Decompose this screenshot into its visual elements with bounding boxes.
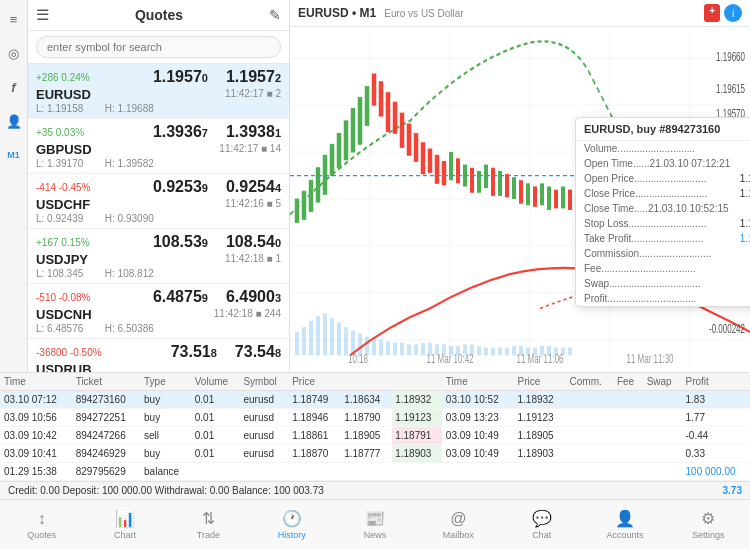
td-p3: 1.18903 <box>392 445 442 463</box>
edit-icon[interactable]: ✎ <box>269 7 281 23</box>
trade-tab-icon: ⇅ <box>202 509 215 528</box>
svg-rect-22 <box>365 86 369 125</box>
tab-history[interactable]: 🕐 History <box>250 500 333 549</box>
quote-bid-sup: 9 <box>202 182 208 194</box>
svg-rect-78 <box>337 323 341 356</box>
col-ticket: Ticket <box>72 373 140 391</box>
quote-item[interactable]: -36800 -0.50% 73.518 73.548 USDRUB <box>28 339 289 372</box>
tab-chart[interactable]: 📊 Chart <box>83 500 166 549</box>
td-swap <box>643 427 682 445</box>
quote-sub: 11:42:18 ■ 1 <box>225 253 281 267</box>
svg-rect-73 <box>302 327 306 355</box>
td-price <box>288 463 340 481</box>
sidebar-m1-label[interactable]: M1 <box>3 144 25 166</box>
quote-ask: 6.49003 <box>226 288 281 306</box>
td-time2 <box>442 463 514 481</box>
quote-bid: 108.539 <box>153 233 208 251</box>
td-profit: 1.83 <box>682 391 750 409</box>
quote-item[interactable]: +286 0.24% 1.19570 1.19572 EURUSD 11:42:… <box>28 64 289 119</box>
quote-symbol: EURUSD <box>36 87 91 102</box>
table-row[interactable]: 03.10 07:12 894273160 buy 0.01 eurusd 1.… <box>0 391 750 409</box>
td-ticket: 829795629 <box>72 463 140 481</box>
quote-lowhigh: L: 1.19158 H: 1.19688 <box>36 103 281 114</box>
quote-high: H: 1.19688 <box>105 103 154 114</box>
svg-rect-103 <box>512 346 516 355</box>
quote-sub: 11:42:17 ■ 2 <box>225 88 281 102</box>
hamburger-icon[interactable]: ☰ <box>36 6 49 24</box>
chart-header: EURUSD • M1 Euro vs US Dollar + i <box>290 0 750 27</box>
svg-rect-12 <box>295 199 299 222</box>
svg-rect-31 <box>428 149 432 172</box>
sidebar-f-icon[interactable]: f <box>3 76 25 98</box>
takeprofit-label: Take Profit.......................... <box>584 233 703 244</box>
td-symbol: eurusd <box>239 391 288 409</box>
td-volume: 0.01 <box>191 445 240 463</box>
history-table: Time Ticket Type Volume Symbol Price Tim… <box>0 373 750 481</box>
svg-rect-47 <box>540 183 544 205</box>
svg-rect-101 <box>498 348 502 356</box>
tab-chat[interactable]: 💬 Chat <box>500 500 583 549</box>
svg-rect-14 <box>309 180 313 211</box>
quote-bid: 6.48759 <box>153 288 208 306</box>
tab-trade[interactable]: ⇅ Trade <box>167 500 250 549</box>
quote-item[interactable]: -414 -0.45% 0.92539 0.92544 USDCHF 11:42… <box>28 174 289 229</box>
quotes-tab-label: Quotes <box>27 530 56 540</box>
td-comm <box>566 391 613 409</box>
quote-item[interactable]: -510 -0.08% 6.48759 6.49003 USDCNH 11:42… <box>28 284 289 339</box>
left-sidebar: ≡ ◎ f 👤 M1 <box>0 0 28 372</box>
sidebar-quotes-icon[interactable]: ◎ <box>3 42 25 64</box>
svg-rect-17 <box>330 144 334 175</box>
chat-tab-icon: 💬 <box>532 509 552 528</box>
tab-settings[interactable]: ⚙ Settings <box>667 500 750 549</box>
search-input[interactable] <box>36 36 281 58</box>
news-tab-label: News <box>364 530 387 540</box>
sidebar-user-icon[interactable]: 👤 <box>3 110 25 132</box>
quote-change: +286 0.24% <box>36 72 90 83</box>
tab-mailbox[interactable]: @ Mailbox <box>417 500 500 549</box>
svg-rect-37 <box>470 168 474 193</box>
table-row[interactable]: 03.09 10:42 894247266 sell 0.01 eurusd 1… <box>0 427 750 445</box>
quote-bid-sup: 7 <box>202 127 208 139</box>
td-close-price: 1.19123 <box>514 409 566 427</box>
quote-item[interactable]: +167 0.15% 108.539 108.540 USDJPY 11:42:… <box>28 229 289 284</box>
td-ticket: 894247266 <box>72 427 140 445</box>
svg-rect-28 <box>407 124 411 155</box>
profit-label: Profit................................ <box>584 293 696 304</box>
quotes-search <box>28 31 289 64</box>
td-swap <box>643 445 682 463</box>
table-row[interactable]: 01.29 15:38 829795629 balance 100 000.00 <box>0 463 750 481</box>
td-fee <box>613 445 643 463</box>
trade-tab-label: Trade <box>197 530 220 540</box>
settings-tab-label: Settings <box>692 530 725 540</box>
td-swap <box>643 463 682 481</box>
tab-news[interactable]: 📰 News <box>333 500 416 549</box>
chart-indicator-icon[interactable]: i <box>724 4 742 22</box>
table-row[interactable]: 03.09 10:56 894272251 buy 0.01 eurusd 1.… <box>0 409 750 427</box>
svg-rect-51 <box>568 190 572 210</box>
quote-bid-main: 73.51 <box>171 343 211 361</box>
svg-rect-27 <box>400 113 404 147</box>
tab-accounts[interactable]: 👤 Accounts <box>583 500 666 549</box>
sidebar-menu-icon[interactable]: ≡ <box>3 8 25 30</box>
quote-bid-sup: 0 <box>202 72 208 84</box>
quote-bid-main: 108.53 <box>153 233 202 251</box>
td-p3 <box>392 463 442 481</box>
tab-quotes[interactable]: ↕ Quotes <box>0 500 83 549</box>
chart-svg-container: 10:18 11 Mar 10:42 11 Mar 11:06 11 Mar 1… <box>290 27 750 371</box>
quote-high: H: 6.50386 <box>105 323 154 334</box>
td-p2: 1.18905 <box>340 427 392 445</box>
td-comm <box>566 409 613 427</box>
quote-ask-sup: 8 <box>275 347 281 359</box>
svg-text:1.19660: 1.19660 <box>716 51 745 64</box>
trade-popup-openprice: Open Price.......................... 1.1… <box>576 171 750 186</box>
svg-rect-19 <box>344 121 348 160</box>
svg-rect-111 <box>568 348 572 356</box>
chart-add-icon[interactable]: + <box>704 4 720 22</box>
table-row[interactable]: 03.09 10:41 894246929 buy 0.01 eurusd 1.… <box>0 445 750 463</box>
quote-change: +167 0.15% <box>36 237 90 248</box>
quote-item[interactable]: +35 0.03% 1.39367 1.39381 GBPUSD 11:42:1… <box>28 119 289 174</box>
td-comm <box>566 463 613 481</box>
svg-rect-83 <box>372 338 376 355</box>
td-symbol <box>239 463 288 481</box>
svg-rect-77 <box>330 318 334 356</box>
